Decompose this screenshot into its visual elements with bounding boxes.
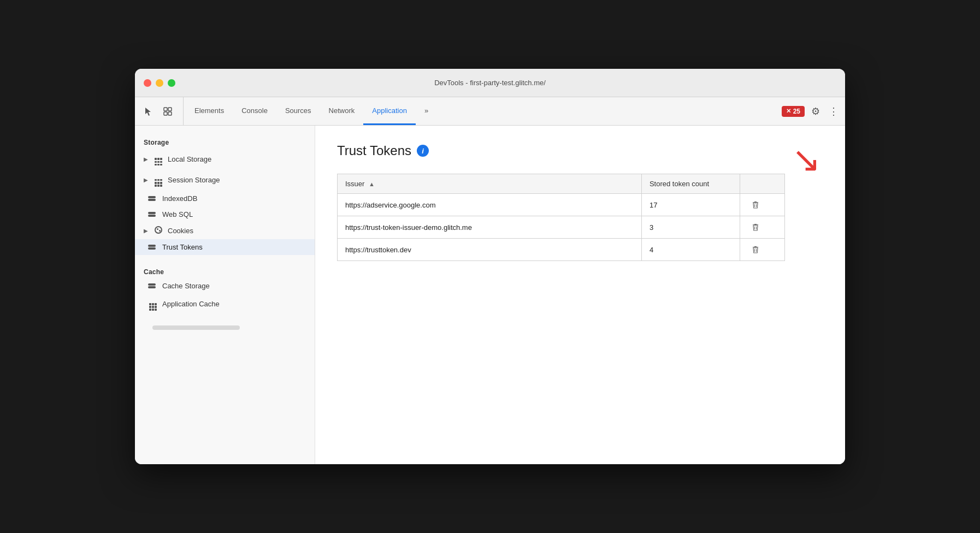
sidebar-item-web-sql[interactable]: Web SQL: [135, 206, 315, 222]
cache-storage-icon: [148, 283, 158, 288]
count-cell: 17: [641, 194, 740, 216]
cookies-label: Cookies: [168, 227, 193, 235]
delete-cell: [740, 239, 785, 261]
more-options-button[interactable]: ⋮: [826, 103, 841, 120]
inspect-icon[interactable]: [159, 103, 176, 120]
annotation-arrow: ↙: [792, 142, 821, 177]
devtools-window: DevTools - first-party-test.glitch.me/ E…: [135, 69, 845, 464]
sort-arrow-icon: ▲: [369, 181, 375, 187]
tab-application[interactable]: Application: [363, 97, 416, 125]
col-header-issuer[interactable]: Issuer ▲: [338, 174, 642, 194]
main-content: Storage ▶ Local Storage ▶ Session Storag…: [135, 126, 845, 464]
local-storage-grid-icon: [154, 152, 163, 165]
expand-arrow-icon: ▶: [144, 228, 148, 234]
settings-button[interactable]: ⚙: [809, 103, 822, 120]
toolbar-right: ✕ 25 ⚙ ⋮: [782, 97, 841, 125]
web-sql-icon: [148, 212, 158, 217]
table-row: https://adservice.google.com 17: [338, 194, 785, 216]
tab-elements[interactable]: Elements: [186, 97, 233, 125]
cookies-icon: [154, 226, 163, 235]
cache-storage-label: Cache Storage: [162, 282, 210, 290]
title-bar: DevTools - first-party-test.glitch.me/: [135, 69, 845, 97]
issuer-cell: https://adservice.google.com: [338, 194, 642, 216]
issuer-cell: https://trusttoken.dev: [338, 239, 642, 261]
sidebar-item-trust-tokens[interactable]: Trust Tokens: [135, 239, 315, 255]
cache-section-title: Cache: [135, 264, 315, 278]
col-header-action: [740, 174, 785, 194]
sidebar-scrollbar[interactable]: [152, 325, 240, 330]
svg-rect-1: [168, 108, 172, 111]
tab-network[interactable]: Network: [320, 97, 364, 125]
window-title: DevTools - first-party-test.glitch.me/: [434, 79, 546, 87]
sidebar-item-application-cache[interactable]: Application Cache: [135, 294, 315, 315]
storage-section-title: Storage: [135, 134, 315, 149]
expand-arrow-icon: ▶: [144, 177, 148, 183]
count-cell: 4: [641, 239, 740, 261]
web-sql-label: Web SQL: [162, 210, 193, 218]
indexeddb-label: IndexedDB: [162, 194, 197, 203]
sidebar: Storage ▶ Local Storage ▶ Session Storag…: [135, 126, 315, 464]
delete-row-button[interactable]: [748, 199, 763, 210]
main-panel: ↙ Trust Tokens i Issuer ▲ Stored token c…: [315, 126, 845, 464]
error-badge[interactable]: ✕ 25: [782, 106, 805, 117]
tab-console[interactable]: Console: [233, 97, 276, 125]
svg-rect-2: [164, 112, 167, 115]
toolbar-left-icons: [139, 97, 184, 125]
toolbar-tabs: Elements Console Sources Network Applica…: [186, 97, 782, 125]
svg-rect-3: [168, 112, 172, 115]
error-x-icon: ✕: [786, 108, 791, 115]
table-row: https://trusttoken.dev 4: [338, 239, 785, 261]
session-storage-grid-icon: [154, 173, 163, 186]
traffic-lights: [144, 79, 175, 87]
error-count: 25: [793, 108, 800, 115]
sidebar-gap: [135, 255, 315, 264]
cursor-icon[interactable]: [139, 103, 157, 120]
expand-arrow-icon: ▶: [144, 156, 148, 162]
application-cache-label: Application Cache: [162, 300, 220, 308]
trust-tokens-table: Issuer ▲ Stored token count https://adse…: [337, 174, 785, 261]
toolbar: Elements Console Sources Network Applica…: [135, 97, 845, 126]
tab-sources[interactable]: Sources: [276, 97, 320, 125]
sidebar-item-session-storage[interactable]: ▶ Session Storage: [135, 169, 315, 190]
indexeddb-icon: [148, 196, 158, 201]
delete-cell: [740, 216, 785, 239]
panel-title: Trust Tokens: [337, 143, 411, 158]
svg-rect-0: [164, 108, 167, 111]
local-storage-label: Local Storage: [168, 155, 211, 163]
application-cache-icon: [148, 298, 158, 311]
maximize-button[interactable]: [168, 79, 175, 87]
close-button[interactable]: [144, 79, 151, 87]
sidebar-item-indexeddb[interactable]: IndexedDB: [135, 191, 315, 206]
delete-row-button[interactable]: [748, 222, 763, 233]
sidebar-item-cache-storage[interactable]: Cache Storage: [135, 278, 315, 294]
minimize-button[interactable]: [156, 79, 163, 87]
issuer-cell: https://trust-token-issuer-demo.glitch.m…: [338, 216, 642, 239]
table-row: https://trust-token-issuer-demo.glitch.m…: [338, 216, 785, 239]
sidebar-item-cookies[interactable]: ▶ Cookies: [135, 222, 315, 239]
delete-row-button[interactable]: [748, 244, 763, 255]
info-icon[interactable]: i: [417, 145, 429, 157]
more-tabs-button[interactable]: »: [416, 97, 437, 125]
session-storage-label: Session Storage: [168, 176, 220, 184]
count-cell: 3: [641, 216, 740, 239]
panel-title-row: Trust Tokens i: [337, 143, 823, 158]
trust-tokens-label: Trust Tokens: [162, 243, 203, 251]
delete-cell: [740, 194, 785, 216]
col-header-count: Stored token count: [641, 174, 740, 194]
trust-tokens-icon: [148, 245, 158, 250]
sidebar-item-local-storage[interactable]: ▶ Local Storage: [135, 149, 315, 169]
